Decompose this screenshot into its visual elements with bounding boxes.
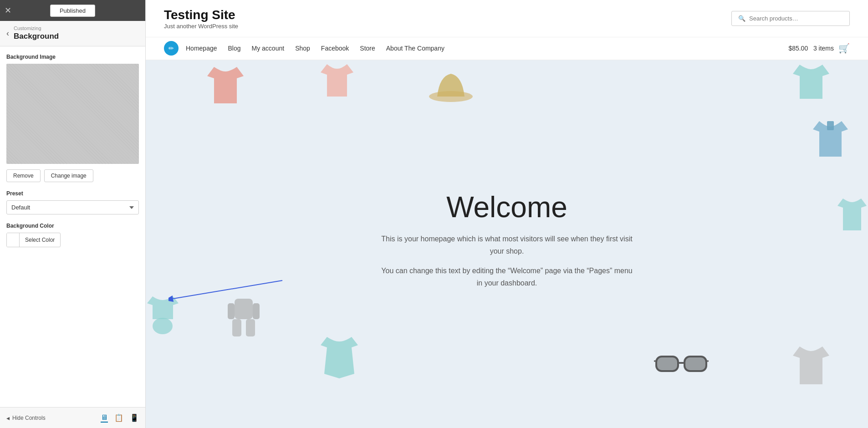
top-bar: ✕ Published: [0, 0, 145, 21]
clothing-sunglasses: [654, 351, 709, 378]
cart-icon[interactable]: 🛒: [838, 43, 850, 54]
hide-arrow-icon: ◂: [6, 414, 10, 422]
nav-shop[interactable]: Shop: [295, 38, 310, 58]
search-input[interactable]: [749, 15, 843, 22]
clothing-polo-blue: [811, 119, 850, 164]
image-actions: Remove Change image: [6, 169, 139, 182]
svg-rect-3: [235, 299, 253, 319]
hide-controls-label: Hide Controls: [12, 415, 46, 421]
svg-rect-1: [827, 121, 834, 130]
clothing-teal-outfit: [146, 294, 180, 337]
nav-blog[interactable]: Blog: [228, 38, 241, 58]
nav-facebook[interactable]: Facebook: [321, 38, 349, 58]
nav-about-company[interactable]: About The Company: [386, 38, 444, 58]
close-button[interactable]: ✕: [5, 6, 11, 15]
clothing-shirt-teal: [791, 62, 832, 105]
preset-section: Preset Default Fill Fit Repeat Custom: [6, 190, 139, 214]
hide-controls-button[interactable]: ◂ Hide Controls: [6, 414, 46, 422]
mobile-icon[interactable]: 📱: [130, 413, 139, 423]
svg-rect-14: [684, 357, 706, 371]
svg-point-2: [153, 318, 173, 334]
customizing-label: Customizing: [14, 25, 59, 31]
clothing-teal-right: [836, 197, 868, 237]
customizer-panel: ✕ Published ‹ Customizing Background Bac…: [0, 0, 146, 428]
bg-color-title: Background Color: [6, 223, 139, 229]
bottom-bar: ◂ Hide Controls 🖥 📋 📱: [0, 407, 145, 428]
nav-homepage[interactable]: Homepage: [186, 38, 217, 58]
hero-subtitle-2: You can change this text by editing the …: [379, 265, 634, 289]
remove-button[interactable]: Remove: [6, 169, 41, 182]
device-icons: 🖥 📋 📱: [101, 413, 139, 423]
nav-my-account[interactable]: My account: [252, 38, 285, 58]
breadcrumb-text: Customizing Background: [14, 25, 59, 41]
nav-edit-icon[interactable]: ✏: [164, 41, 179, 56]
svg-rect-7: [246, 319, 255, 336]
section-label: Background: [14, 31, 59, 41]
desktop-icon[interactable]: 🖥: [101, 413, 108, 423]
svg-rect-5: [253, 303, 260, 319]
preset-title: Preset: [6, 190, 139, 197]
cart-area: $85.00 3 items 🛒: [788, 43, 850, 54]
site-tagline: Just another WordPress site: [164, 23, 238, 30]
svg-rect-13: [656, 357, 678, 371]
site-preview: Testing Site Just another WordPress site…: [146, 0, 868, 428]
preset-select[interactable]: Default Fill Fit Repeat Custom: [6, 200, 139, 214]
site-nav: ✏ Homepage Blog My account Shop Facebook…: [146, 37, 868, 60]
site-title: Testing Site: [164, 7, 238, 23]
clothing-hat: [428, 67, 474, 105]
clothing-shirt-1: [205, 65, 246, 112]
nav-store[interactable]: Store: [360, 38, 375, 58]
clothing-shirt-gray-right: [791, 344, 832, 392]
bg-image-title: Background Image: [6, 54, 139, 60]
search-bar: 🔍: [731, 11, 850, 26]
change-image-button[interactable]: Change image: [44, 169, 93, 182]
published-button[interactable]: Published: [50, 5, 95, 17]
svg-rect-6: [232, 319, 241, 336]
panel-content: Background Image Remove Change image Pre…: [0, 46, 145, 407]
hero-title: Welcome: [379, 191, 634, 223]
search-icon: 🔍: [738, 15, 745, 22]
hero-subtitle-1: This is your homepage which is what most…: [379, 233, 634, 257]
svg-rect-4: [228, 303, 235, 319]
select-color-label: Select Color: [20, 234, 60, 245]
site-header: Testing Site Just another WordPress site…: [146, 0, 868, 37]
hero-content: Welcome This is your homepage which is w…: [370, 182, 643, 306]
cart-total: $85.00 3 items: [788, 45, 834, 52]
nav-links: Homepage Blog My account Shop Facebook S…: [186, 38, 444, 58]
breadcrumb-back-button[interactable]: ‹: [6, 29, 9, 38]
hero-section: Welcome This is your homepage which is w…: [146, 60, 868, 428]
select-color-button[interactable]: Select Color: [6, 233, 61, 247]
preview-texture: [6, 64, 139, 164]
site-branding: Testing Site Just another WordPress site: [164, 7, 238, 30]
breadcrumb-bar: ‹ Customizing Background: [0, 21, 145, 46]
clothing-gray-figure: [225, 294, 262, 341]
clothing-shirt-2: [319, 62, 355, 103]
bg-color-section: Background Color Select Color: [6, 223, 139, 247]
tablet-icon[interactable]: 📋: [114, 413, 123, 423]
bg-image-preview: [6, 64, 139, 164]
color-swatch: [7, 233, 20, 247]
clothing-teal-dress: [319, 335, 360, 382]
